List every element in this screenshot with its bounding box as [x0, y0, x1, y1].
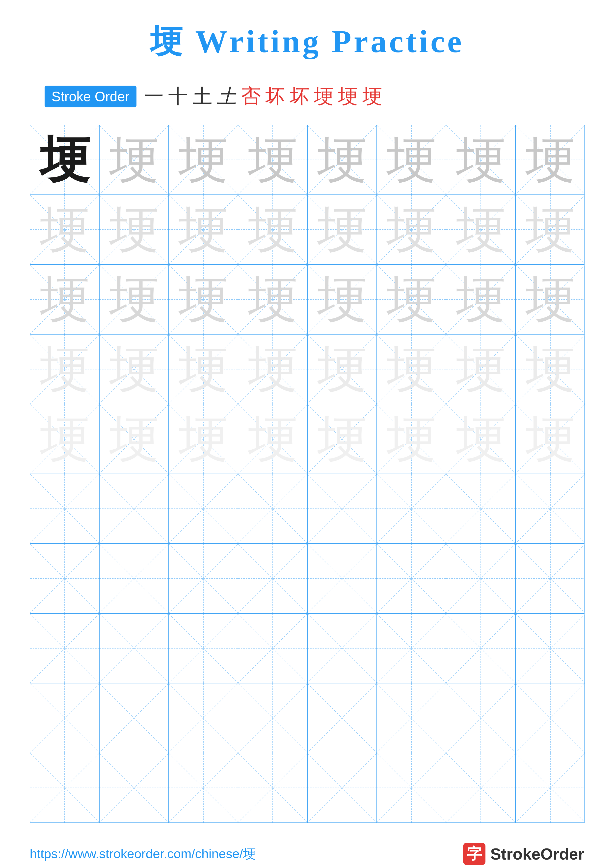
grid-cell	[516, 614, 585, 683]
svg-line-97	[30, 544, 99, 613]
grid-cell	[238, 614, 308, 683]
footer-url[interactable]: https://www.strokeorder.com/chinese/埂	[30, 845, 256, 863]
grid-cell: 埂	[30, 265, 99, 334]
char-display: 埂	[109, 414, 159, 464]
brand-icon: 字	[463, 843, 485, 865]
grid-cell	[99, 684, 169, 753]
svg-line-154	[377, 753, 446, 822]
grid-cell	[30, 474, 99, 543]
grid-cell	[238, 544, 308, 613]
svg-line-146	[99, 753, 168, 822]
stroke-7: 坏	[289, 83, 309, 110]
svg-line-115	[99, 614, 168, 683]
svg-line-135	[238, 684, 307, 752]
svg-line-158	[516, 753, 585, 823]
stroke-6: 坏	[265, 83, 285, 110]
char-display: 埂	[456, 344, 505, 394]
char-display: 埂	[525, 205, 575, 254]
svg-line-109	[446, 544, 515, 613]
svg-line-134	[238, 684, 307, 752]
grid-cell	[377, 474, 446, 543]
char-display: 埂	[40, 135, 89, 184]
svg-line-126	[516, 614, 585, 683]
svg-line-140	[446, 684, 515, 752]
char-display: 埂	[525, 344, 575, 394]
grid-row-1: 埂 埂 埂 埂 埂 埂 埂	[30, 125, 584, 195]
grid-row-4: 埂 埂 埂 埂 埂 埂 埂	[30, 335, 584, 404]
grid-cell: 埂	[516, 265, 585, 334]
char-display: 埂	[387, 414, 436, 464]
grid-cell: 埂	[169, 125, 238, 194]
grid-cell: 埂	[446, 265, 516, 334]
svg-line-120	[308, 614, 376, 683]
svg-line-89	[308, 474, 376, 543]
char-display: 埂	[248, 135, 297, 184]
grid-cell	[30, 753, 99, 823]
svg-line-118	[238, 614, 307, 683]
grid-cell: 埂	[30, 404, 99, 474]
svg-line-131	[99, 684, 168, 752]
stroke-1: 一	[144, 83, 164, 110]
grid-cell	[446, 474, 516, 543]
grid-cell	[377, 684, 446, 753]
grid-cell: 埂	[99, 125, 169, 194]
svg-line-148	[169, 753, 238, 822]
grid-cell	[446, 544, 516, 613]
svg-line-110	[516, 544, 585, 613]
grid-row-9	[30, 684, 584, 753]
char-display: 埂	[317, 135, 367, 184]
svg-line-95	[516, 474, 585, 543]
char-display: 埂	[40, 344, 89, 394]
brand-char: 字	[467, 844, 482, 864]
char-display: 埂	[179, 344, 228, 394]
svg-line-113	[30, 614, 99, 683]
svg-line-114	[99, 614, 168, 683]
svg-line-132	[169, 684, 238, 752]
grid-cell	[169, 684, 238, 753]
grid-row-7	[30, 544, 584, 614]
svg-line-90	[377, 474, 446, 543]
svg-line-133	[169, 684, 238, 752]
svg-line-102	[238, 544, 307, 613]
stroke-10: 埂	[362, 83, 382, 110]
stroke-3: 土	[193, 83, 212, 110]
svg-line-149	[169, 753, 238, 822]
char-display: 埂	[248, 414, 297, 464]
grid-cell: 埂	[516, 335, 585, 404]
svg-line-91	[377, 474, 446, 543]
char-display: 埂	[248, 274, 297, 324]
svg-line-137	[308, 684, 376, 752]
svg-line-92	[446, 474, 515, 543]
grid-cell	[516, 544, 585, 613]
char-display: 埂	[109, 205, 159, 254]
char-display: 埂	[109, 135, 159, 184]
char-display: 埂	[248, 344, 297, 394]
grid-cell	[377, 614, 446, 683]
svg-line-82	[99, 474, 168, 543]
svg-line-141	[446, 684, 515, 752]
char-display: 埂	[387, 344, 436, 394]
svg-line-98	[99, 544, 168, 613]
svg-line-138	[377, 684, 446, 752]
brand-name: StrokeOrder	[490, 845, 584, 863]
grid-cell	[377, 753, 446, 823]
svg-line-144	[30, 753, 99, 822]
char-display: 埂	[109, 274, 159, 324]
grid-cell: 埂	[377, 195, 446, 264]
grid-cell: 埂	[238, 125, 308, 194]
grid-cell	[99, 474, 169, 543]
stroke-2: 十	[168, 83, 188, 110]
grid-row-10	[30, 753, 584, 823]
grid-cell	[30, 614, 99, 683]
char-display: 埂	[109, 344, 159, 394]
svg-line-125	[446, 614, 515, 683]
grid-cell	[99, 753, 169, 823]
grid-cell: 埂	[30, 335, 99, 404]
grid-cell	[30, 684, 99, 753]
char-display: 埂	[456, 274, 505, 324]
grid-cell: 埂	[516, 195, 585, 264]
grid-cell: 埂	[99, 265, 169, 334]
char-display: 埂	[40, 414, 89, 464]
grid-cell	[99, 544, 169, 613]
svg-line-151	[238, 753, 307, 822]
